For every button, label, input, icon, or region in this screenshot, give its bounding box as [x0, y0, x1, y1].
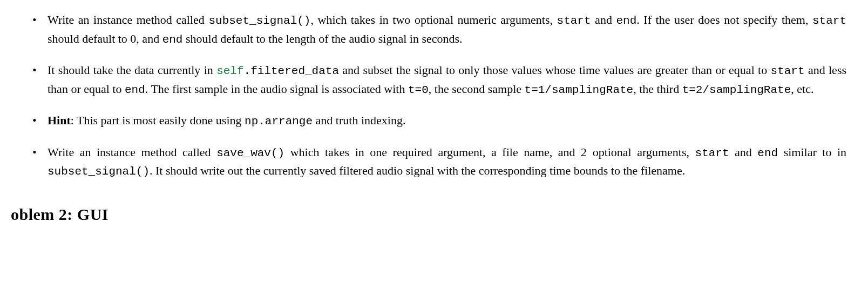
code-segment: end [162, 34, 183, 46]
heading-fragment: oblem 2: GUI [11, 202, 846, 226]
text-segment: Write an instance method called [48, 145, 216, 159]
text-segment: . It should write out the currently save… [150, 164, 685, 177]
text-segment: , etc. [791, 82, 813, 96]
list-item: Hint: This part is most easily done usin… [32, 111, 846, 130]
text-segment: which takes in one required argument, a … [284, 145, 695, 159]
code-segment: .filtered_data [244, 65, 339, 77]
text-segment: should default to 0, and [48, 32, 162, 45]
code-segment: t=2/samplingRate [682, 84, 791, 96]
code-segment: t=0 [408, 84, 429, 96]
code-segment: t=1/samplingRate [525, 84, 634, 96]
text-segment: and [591, 13, 616, 26]
text-segment: should default to the length of the audi… [182, 32, 462, 45]
text-segment: . If the user does not specify them, [636, 13, 812, 26]
code-segment: start [557, 15, 591, 27]
text-segment: and [729, 145, 758, 159]
code-segment: end [125, 84, 145, 96]
list-item: Write an instance method called save_wav… [32, 143, 846, 180]
code-segment: save_wav() [216, 147, 284, 159]
text-segment: : This part is most easily done using [71, 113, 245, 127]
text-segment: similar to in [778, 145, 846, 159]
code-segment: end [616, 15, 636, 27]
code-segment: end [757, 147, 778, 159]
code-segment-self: self [216, 65, 243, 77]
list-item: Write an instance method called subset_s… [32, 11, 846, 48]
code-segment: start [812, 15, 846, 27]
text-segment: Write an instance method called [48, 13, 208, 26]
text-segment: . The first sample in the audio signal i… [145, 82, 408, 96]
code-segment: subset_signal() [48, 165, 150, 178]
text-segment: and truth indexing. [313, 113, 405, 127]
text-segment: It should take the data currently in [48, 63, 216, 77]
code-segment: start [771, 65, 805, 77]
bullet-list: Write an instance method called subset_s… [32, 11, 846, 180]
hint-label: Hint [48, 113, 71, 127]
code-segment: np.arrange [245, 115, 313, 128]
text-segment: , the second sample [429, 82, 525, 96]
text-segment: and subset the signal to only those valu… [339, 63, 771, 77]
text-segment: , which takes in two optional numeric ar… [310, 13, 557, 26]
text-segment: , the third [633, 82, 682, 96]
code-segment: subset_signal() [208, 15, 310, 27]
code-segment: start [695, 147, 729, 159]
list-item: It should take the data currently in sel… [32, 61, 846, 98]
